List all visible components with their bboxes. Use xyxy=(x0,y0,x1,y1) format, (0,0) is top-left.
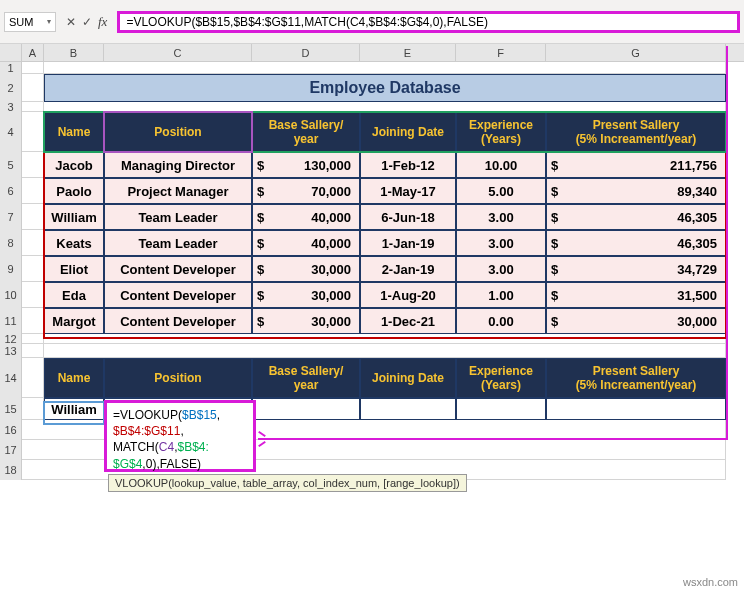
emp-position[interactable]: Content Developer xyxy=(104,256,252,282)
emp-exp[interactable]: 10.00 xyxy=(456,152,546,178)
emp-position[interactable]: Team Leader xyxy=(104,230,252,256)
row-header-1[interactable]: 1 xyxy=(0,62,22,74)
cell[interactable] xyxy=(22,112,44,152)
col-header-e[interactable]: E xyxy=(360,44,456,61)
emp-exp[interactable]: 5.00 xyxy=(456,178,546,204)
emp-joining[interactable]: 1-Jan-19 xyxy=(360,230,456,256)
emp-position[interactable]: Content Developer xyxy=(104,282,252,308)
in-cell-formula-editor[interactable]: =VLOOKUP($B$15, $B$4:$G$11, MATCH(C4,$B$… xyxy=(104,400,256,472)
emp-name[interactable]: William xyxy=(44,204,104,230)
cell[interactable] xyxy=(44,334,726,344)
emp-base[interactable]: $30,000 xyxy=(252,256,360,282)
lhdr-exp[interactable]: Experience (Years) xyxy=(456,358,546,398)
emp-present[interactable]: $46,305 xyxy=(546,204,726,230)
row-header-14[interactable]: 14 xyxy=(0,358,22,398)
emp-joining[interactable]: 6-Jun-18 xyxy=(360,204,456,230)
emp-exp[interactable]: 3.00 xyxy=(456,204,546,230)
emp-position[interactable]: Managing Director xyxy=(104,152,252,178)
name-box-dropdown-icon[interactable]: ▾ xyxy=(47,17,51,26)
row-header-12[interactable]: 12 xyxy=(0,334,22,344)
lhdr-position[interactable]: Position xyxy=(104,358,252,398)
title-cell[interactable]: Employee Database xyxy=(44,74,726,102)
lookup-base-cell[interactable] xyxy=(252,398,360,420)
cell[interactable] xyxy=(22,102,44,112)
row-header[interactable]: 7 xyxy=(0,204,22,230)
emp-exp[interactable]: 0.00 xyxy=(456,308,546,334)
cell[interactable] xyxy=(22,178,44,204)
cell[interactable] xyxy=(22,398,44,420)
emp-name[interactable]: Paolo xyxy=(44,178,104,204)
emp-name[interactable]: Eliot xyxy=(44,256,104,282)
formula-bar-input[interactable]: =VLOOKUP($B$15,$B$4:$G$11,MATCH(C4,$B$4:… xyxy=(117,11,740,33)
emp-exp[interactable]: 3.00 xyxy=(456,256,546,282)
row-header[interactable]: 5 xyxy=(0,152,22,178)
row-header-18[interactable]: 18 xyxy=(0,460,22,480)
emp-name[interactable]: Eda xyxy=(44,282,104,308)
lhdr-base[interactable]: Base Sallery/ year xyxy=(252,358,360,398)
cell[interactable] xyxy=(22,358,44,398)
cell[interactable] xyxy=(22,256,44,282)
emp-present[interactable]: $34,729 xyxy=(546,256,726,282)
lhdr-joining[interactable]: Joining Date xyxy=(360,358,456,398)
emp-name[interactable]: Jacob xyxy=(44,152,104,178)
col-header-a[interactable]: A xyxy=(22,44,44,61)
emp-exp[interactable]: 1.00 xyxy=(456,282,546,308)
confirm-icon[interactable]: ✓ xyxy=(82,15,92,29)
emp-present[interactable]: $30,000 xyxy=(546,308,726,334)
hdr-base[interactable]: Base Sallery/ year xyxy=(252,112,360,152)
cancel-icon[interactable]: ✕ xyxy=(66,15,76,29)
row-header-16[interactable]: 16 xyxy=(0,420,22,440)
emp-position[interactable]: Team Leader xyxy=(104,204,252,230)
emp-name[interactable]: Keats xyxy=(44,230,104,256)
emp-present[interactable]: $31,500 xyxy=(546,282,726,308)
emp-position[interactable]: Project Manager xyxy=(104,178,252,204)
emp-joining[interactable]: 1-Dec-21 xyxy=(360,308,456,334)
fx-icon[interactable]: fx xyxy=(98,14,107,30)
emp-name[interactable]: Margot xyxy=(44,308,104,334)
emp-base[interactable]: $30,000 xyxy=(252,308,360,334)
emp-exp[interactable]: 3.00 xyxy=(456,230,546,256)
row-header-4[interactable]: 4 xyxy=(0,112,22,152)
hdr-present[interactable]: Present Sallery (5% Increament/year) xyxy=(546,112,726,152)
emp-position[interactable]: Content Developer xyxy=(104,308,252,334)
col-header-b[interactable]: B xyxy=(44,44,104,61)
row-header-3[interactable]: 3 xyxy=(0,102,22,112)
emp-joining[interactable]: 2-Jan-19 xyxy=(360,256,456,282)
row-header[interactable]: 9 xyxy=(0,256,22,282)
row-header-13[interactable]: 13 xyxy=(0,344,22,358)
cell[interactable] xyxy=(22,74,44,102)
emp-base[interactable]: $130,000 xyxy=(252,152,360,178)
row-header[interactable]: 10 xyxy=(0,282,22,308)
hdr-joining[interactable]: Joining Date xyxy=(360,112,456,152)
emp-joining[interactable]: 1-Aug-20 xyxy=(360,282,456,308)
row-header[interactable]: 6 xyxy=(0,178,22,204)
col-header-c[interactable]: C xyxy=(104,44,252,61)
hdr-position[interactable]: Position xyxy=(104,112,252,152)
lookup-name-cell[interactable]: William xyxy=(44,398,104,420)
emp-joining[interactable]: 1-Feb-12 xyxy=(360,152,456,178)
cell[interactable] xyxy=(22,230,44,256)
col-header-d[interactable]: D xyxy=(252,44,360,61)
emp-base[interactable]: $30,000 xyxy=(252,282,360,308)
lhdr-present[interactable]: Present Sallery (5% Increament/year) xyxy=(546,358,726,398)
lookup-joining-cell[interactable] xyxy=(360,398,456,420)
cell[interactable] xyxy=(44,344,726,358)
row-header-2[interactable]: 2 xyxy=(0,74,22,102)
col-header-g[interactable]: G xyxy=(546,44,726,61)
cell[interactable] xyxy=(22,282,44,308)
cell[interactable] xyxy=(22,204,44,230)
name-box[interactable]: SUM ▾ xyxy=(4,12,56,32)
cell[interactable] xyxy=(44,102,726,112)
emp-present[interactable]: $211,756 xyxy=(546,152,726,178)
emp-base[interactable]: $40,000 xyxy=(252,230,360,256)
cell[interactable] xyxy=(22,344,44,358)
lookup-present-cell[interactable] xyxy=(546,398,726,420)
hdr-name[interactable]: Name xyxy=(44,112,104,152)
cell[interactable] xyxy=(22,308,44,334)
row-header-15[interactable]: 15 xyxy=(0,398,22,420)
lhdr-name[interactable]: Name xyxy=(44,358,104,398)
emp-present[interactable]: $46,305 xyxy=(546,230,726,256)
emp-joining[interactable]: 1-May-17 xyxy=(360,178,456,204)
lookup-exp-cell[interactable] xyxy=(456,398,546,420)
row-header[interactable]: 8 xyxy=(0,230,22,256)
